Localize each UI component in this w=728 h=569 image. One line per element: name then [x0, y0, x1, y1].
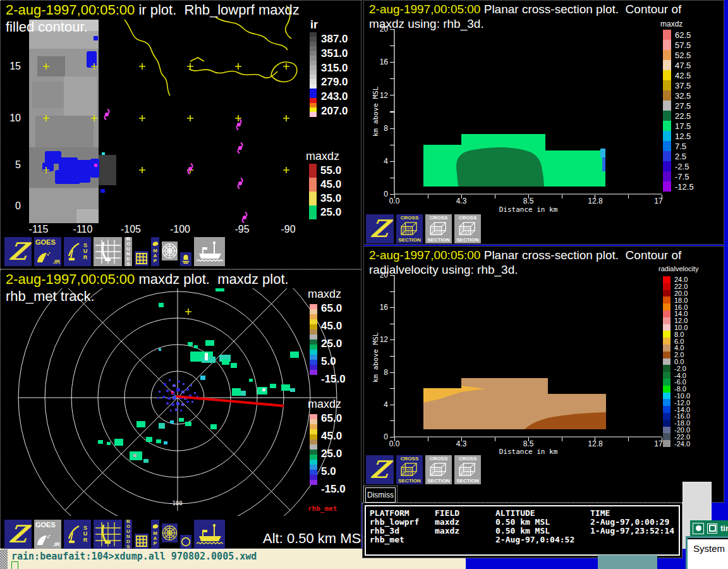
buoy-button[interactable]	[179, 252, 192, 267]
map-blob-icon	[152, 240, 159, 247]
terminal-cursor	[11, 561, 18, 569]
polar-web-icon	[162, 525, 178, 541]
ship-button[interactable]	[193, 236, 226, 267]
zeb-logo-button[interactable]: Z	[365, 455, 394, 485]
colorbar-xs-radial: 24.022.020.018.016.014.012.010.08.06.04.…	[663, 276, 690, 447]
zeb-logo-button[interactable]: Z	[4, 519, 32, 549]
panel-title-ir: 2-aug-1997,00:05:00 ir plot. Rhb_lowprf …	[6, 2, 300, 36]
colorbar-label-ir: ir	[310, 18, 318, 32]
radar-grid-button[interactable]	[93, 236, 123, 267]
cube-icon	[458, 221, 478, 236]
colorbar-maxdz-radar-1: 65.045.025.05.0-15.0	[310, 304, 317, 375]
cross-section-button-3[interactable]: CROSSSECTION	[454, 455, 482, 485]
panel-ir-plot: 2-aug-1997,00:05:00 ir plot. Rhb_lowprf …	[0, 0, 361, 269]
desktop: 2-aug-1997,00:05:00 ir plot. Rhb_lowprf …	[0, 0, 728, 569]
xs-maxdz-y-axis-title: km above MSL	[372, 54, 380, 168]
colorbar-label-maxdz-2: maxdz	[308, 398, 341, 411]
ir-x-axis-labels: -115-110-105-100-95-90	[1, 224, 362, 236]
zeb-z-icon: Z	[8, 522, 28, 546]
cube-icon	[428, 462, 449, 477]
cube-icon	[399, 221, 420, 236]
map-blob-icon	[152, 523, 159, 530]
system-window-label: System	[688, 539, 728, 554]
polar-web-icon	[162, 243, 178, 259]
terminal-scrollbar[interactable]	[0, 549, 8, 569]
surveillance-radar-button[interactable]: SUR	[63, 236, 92, 267]
colorbar-maxdz-ir-panel: 55.045.035.025.0	[309, 164, 341, 219]
colorbar-xs-maxdz: 62.557.552.547.542.537.532.527.522.517.5…	[663, 30, 694, 192]
satellite-dish-icon	[36, 534, 51, 546]
polar-web-button[interactable]	[161, 241, 178, 261]
tropical-storm-icons	[105, 109, 247, 223]
radar-grid-button[interactable]	[93, 519, 123, 549]
panel-title-radar: 2-aug-1997,00:05:00 maxdz plot. maxdz pl…	[6, 271, 289, 305]
ship-button[interactable]	[193, 519, 226, 549]
cube-icon	[428, 221, 449, 236]
colorbar-ir: 387.0351.0315.0279.0243.0207.0	[310, 32, 317, 117]
window-menu-button[interactable]	[693, 523, 704, 534]
zeb-z-icon: Z	[8, 240, 28, 264]
goes-ir-button[interactable]: GOES.IR	[33, 236, 62, 267]
xs-radial-y-axis-title: km above MSL	[372, 300, 380, 414]
radar-echo-cells	[98, 288, 299, 463]
grid-icon	[136, 253, 147, 264]
track-legend-label: rhb_met	[308, 505, 337, 513]
colorbar-label-maxdz: maxdz	[306, 150, 339, 163]
colorbar-label-xs-maxdz: maxdz	[660, 20, 682, 28]
zeb-z-icon: Z	[369, 458, 390, 482]
cross-section-button-active[interactable]: CROSSSECTION	[396, 214, 423, 244]
ship-icon	[195, 240, 224, 264]
bounds-button[interactable]: BOUNDS	[124, 519, 133, 549]
contour-inner	[456, 147, 544, 187]
cross-section-button-3[interactable]: CROSSSECTION	[454, 214, 482, 244]
cube-icon	[399, 462, 420, 477]
title-timestamp: 2-aug-1997,00:05:00	[6, 2, 135, 18]
radar-antenna-icon	[66, 242, 80, 262]
zeb-logo-button[interactable]: Z	[365, 214, 394, 244]
range-ring-label: -100	[169, 500, 183, 506]
goes-ir-button[interactable]: GOES.IR	[33, 519, 62, 549]
xs-maxdz-x-axis-title: Distance in km	[478, 205, 579, 214]
grid-button[interactable]	[134, 250, 149, 267]
panel-radar-plot: 2-aug-1997,00:05:00 maxdz plot. maxdz pl…	[0, 269, 361, 549]
grid-icon	[136, 535, 147, 547]
cube-icon	[458, 462, 478, 477]
panel-xsection-radialvelocity: 2-aug-1997,00:05:00 Planar cross-section…	[363, 246, 724, 503]
surveillance-radar-button[interactable]: SUR	[63, 519, 92, 549]
system-window[interactable]: System	[686, 536, 728, 569]
buoy-bell-icon	[181, 254, 191, 265]
platform-status-table: PLATFORMFIELDALTITUDETIMErhb_lowprfmaxdz…	[366, 506, 679, 544]
colorbar-maxdz-radar-2: 65.045.025.05.0-15.0	[310, 414, 317, 485]
ship-icon	[195, 522, 224, 546]
platform-status-window: PLATFORMFIELDALTITUDETIMErhb_lowprfmaxdz…	[362, 503, 682, 558]
satellite-dish-icon	[36, 251, 51, 264]
radar-grid-icon	[95, 240, 121, 264]
zeb-z-icon: Z	[369, 217, 390, 241]
colorbar-label-maxdz-1: maxdz	[308, 288, 341, 301]
bounds-button[interactable]: BOUNDS	[124, 236, 133, 267]
mini-titlebar-window[interactable]: tin	[690, 520, 728, 536]
taskbar-fragment	[598, 555, 657, 569]
circle-button[interactable]	[179, 534, 192, 549]
cross-section-button-2[interactable]: CROSSSECTION	[425, 214, 452, 244]
colorbar-label-xs-radial: radialvelocity	[658, 265, 699, 272]
grid-button[interactable]	[134, 533, 149, 549]
terminal-command-line: rain:beaufait:104>xdump.all 970802.0005.…	[11, 551, 257, 562]
panel-xsection-maxdz: 2-aug-1997,00:05:00 Planar cross-section…	[363, 0, 724, 245]
zeb-logo-button[interactable]: Z	[4, 236, 32, 267]
altitude-readout: Alt: 0.50 km MSL	[263, 530, 369, 547]
circle-icon	[696, 525, 701, 531]
radar-antenna-icon	[66, 524, 80, 544]
xs-radial-x-axis-title: Distance in km	[478, 448, 579, 456]
map-button[interactable]: MAP	[150, 236, 160, 267]
window-restore-button[interactable]	[707, 523, 717, 534]
cross-section-button-2[interactable]: CROSSSECTION	[425, 455, 452, 485]
map-button[interactable]: MAP	[150, 519, 160, 549]
mini-window-title: tin	[720, 523, 728, 533]
cross-section-button-active[interactable]: CROSSSECTION	[396, 455, 423, 485]
polar-web-button[interactable]	[161, 523, 178, 543]
radar-grid-icon	[95, 522, 121, 546]
panel-title-xs-maxdz: 2-aug-1997,00:05:00 Planar cross-section…	[369, 2, 681, 31]
panel-title-xs-radial: 2-aug-1997,00:05:00 Planar cross-section…	[369, 248, 681, 277]
dismiss-button[interactable]: Dismiss	[365, 487, 396, 503]
